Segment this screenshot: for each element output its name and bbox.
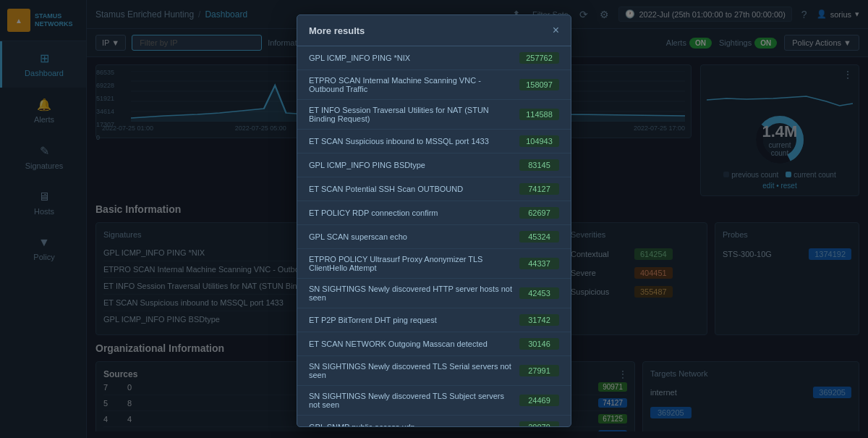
modal-count-10: 31742 (519, 314, 559, 326)
modal-count-5: 74127 (519, 183, 559, 195)
modal-sig-name-7: GPL SCAN superscan echo (309, 232, 519, 241)
modal-sig-name-11: ET SCAN NETWORK Outgoing Masscan detecte… (309, 340, 519, 348)
modal-row-10: ET P2P BitTorrent DHT ping request 31742 (297, 308, 571, 332)
modal-row-0: GPL ICMP_INFO PING *NIX 257762 (297, 46, 571, 70)
modal-count-7: 45324 (519, 231, 559, 243)
modal-count-8: 44337 (519, 258, 559, 269)
modal-row-7: GPL SCAN superscan echo 45324 (297, 225, 571, 249)
modal-count-2: 114588 (519, 109, 559, 120)
modal-sig-name-4: GPL ICMP_INFO PING BSDtype (309, 161, 519, 169)
modal-sig-name-14: GPL SNMP public access udp (309, 423, 519, 426)
modal-row-11: ET SCAN NETWORK Outgoing Masscan detecte… (297, 332, 571, 356)
modal-count-3: 104943 (519, 135, 559, 147)
modal-row-13: SN SIGHTINGS Newly discovered TLS Subjec… (297, 386, 571, 416)
modal-row-6: ET POLICY RDP connection confirm 62697 (297, 201, 571, 225)
modal-sig-name-12: SN SIGHTINGS Newly discovered TLS Serial… (309, 362, 519, 379)
modal-sig-name-3: ET SCAN Suspicious inbound to MSSQL port… (309, 137, 519, 146)
modal-count-0: 257762 (519, 52, 559, 64)
modal-count-4: 83145 (519, 159, 559, 171)
modal-sig-name-10: ET P2P BitTorrent DHT ping request (309, 316, 519, 324)
modal-count-13: 24469 (519, 395, 559, 406)
modal-row-12: SN SIGHTINGS Newly discovered TLS Serial… (297, 356, 571, 386)
modal-overlay: More results × GPL ICMP_INFO PING *NIX 2… (0, 0, 868, 438)
modal-sig-name-9: SN SIGHTINGS Newly discovered HTTP serve… (309, 285, 519, 302)
modal-count-9: 42453 (519, 287, 559, 299)
modal-close-btn[interactable]: × (553, 24, 559, 37)
modal-row-3: ET SCAN Suspicious inbound to MSSQL port… (297, 130, 571, 153)
modal-sig-name-13: SN SIGHTINGS Newly discovered TLS Subjec… (309, 392, 519, 409)
modal-row-5: ET SCAN Potential SSH Scan OUTBOUND 7412… (297, 177, 571, 201)
modal-title: More results (309, 25, 365, 36)
modal-header: More results × (297, 15, 571, 46)
modal-count-14: 20079 (519, 421, 559, 426)
modal-row-14: GPL SNMP public access udp 20079 (297, 416, 571, 426)
modal-row-1: ETPRO SCAN Internal Machine Scanning VNC… (297, 70, 571, 100)
modal-row-4: GPL ICMP_INFO PING BSDtype 83145 (297, 153, 571, 177)
modal-row-8: ETPRO POLICY Ultrasurf Proxy Anonymizer … (297, 249, 571, 279)
modal-count-12: 27991 (519, 365, 559, 376)
more-results-modal: More results × GPL ICMP_INFO PING *NIX 2… (297, 14, 571, 427)
modal-sig-name-2: ET INFO Session Traversal Utilities for … (309, 106, 519, 123)
modal-count-6: 62697 (519, 207, 559, 219)
modal-sig-name-1: ETPRO SCAN Internal Machine Scanning VNC… (309, 76, 519, 93)
modal-count-1: 158097 (519, 79, 559, 90)
modal-sig-name-5: ET SCAN Potential SSH Scan OUTBOUND (309, 185, 519, 193)
modal-sig-name-0: GPL ICMP_INFO PING *NIX (309, 54, 519, 62)
modal-sig-name-8: ETPRO POLICY Ultrasurf Proxy Anonymizer … (309, 255, 519, 272)
modal-row-9: SN SIGHTINGS Newly discovered HTTP serve… (297, 279, 571, 308)
modal-count-11: 30146 (519, 338, 559, 350)
modal-row-2: ET INFO Session Traversal Utilities for … (297, 100, 571, 130)
modal-body: GPL ICMP_INFO PING *NIX 257762 ETPRO SCA… (297, 46, 571, 426)
modal-sig-name-6: ET POLICY RDP connection confirm (309, 209, 519, 217)
